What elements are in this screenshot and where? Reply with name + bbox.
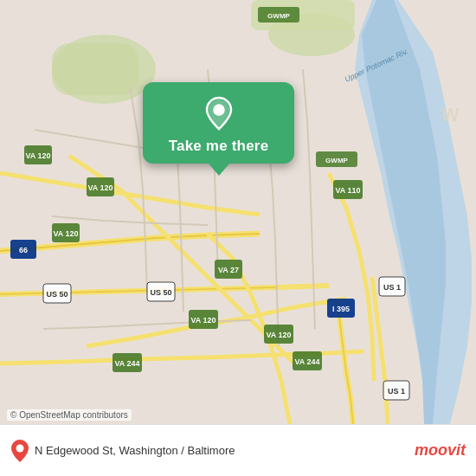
svg-text:US 1: US 1 [383,283,401,292]
svg-text:GWMP: GWMP [325,157,348,164]
svg-point-42 [16,444,24,452]
attribution-text: © OpenStreetMap contributors [10,410,128,420]
svg-text:GWMP: GWMP [267,12,290,20]
svg-text:US 1: US 1 [388,387,405,396]
svg-text:VA 110: VA 110 [335,186,360,195]
moovit-brand-text: moovit [415,441,466,460]
svg-text:W: W [441,104,460,125]
svg-text:VA 120: VA 120 [25,151,50,160]
moovit-pin-icon [10,439,29,463]
svg-text:VA 120: VA 120 [190,316,215,325]
svg-text:VA 244: VA 244 [294,357,319,366]
svg-point-41 [214,105,224,115]
svg-text:VA 120: VA 120 [87,183,113,192]
svg-text:US 50: US 50 [46,290,68,299]
map-attribution: © OpenStreetMap contributors [7,409,132,421]
map-container[interactable]: VA 120 VA 120 VA 120 VA 120 VA 120 66 US… [0,0,476,424]
moovit-logo: moovit [415,441,466,460]
map-popup[interactable]: Take me there [143,82,294,176]
svg-text:66: 66 [19,246,28,254]
svg-rect-2 [52,43,138,95]
location-text: N Edgewood St, Washington / Baltimore [35,444,235,457]
svg-text:VA 27: VA 27 [218,266,239,274]
map-pin-icon [200,94,238,132]
popup-bubble[interactable]: Take me there [143,82,294,164]
bottom-bar: N Edgewood St, Washington / Baltimore mo… [0,424,476,476]
svg-text:US 50: US 50 [150,288,171,297]
svg-text:VA 120: VA 120 [53,229,78,238]
popup-label: Take me there [169,138,269,155]
map-background: VA 120 VA 120 VA 120 VA 120 VA 120 66 US… [0,0,476,424]
svg-text:VA 120: VA 120 [266,331,291,339]
bottom-info: N Edgewood St, Washington / Baltimore [10,439,415,463]
svg-text:I 395: I 395 [332,305,350,313]
popup-tail [209,164,229,176]
svg-text:VA 244: VA 244 [114,359,139,368]
